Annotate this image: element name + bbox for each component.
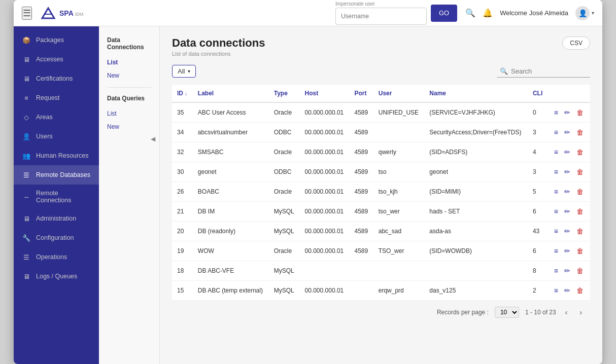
impersonate-input[interactable] [335,8,427,25]
sub-sidebar-item-dc-list[interactable]: List [99,56,159,69]
search-input[interactable] [511,67,587,75]
svg-marker-0 [42,8,54,18]
sub-sidebar-item-dq-new[interactable]: New [99,120,159,133]
menu-icon[interactable]: ☰ [22,7,32,20]
table-row: 18 DB ABC-VFE MySQL 8 ≡ ✏ 🗑 [172,261,590,281]
prev-page-button[interactable]: ‹ [562,307,571,317]
delete-button[interactable]: 🗑 [575,187,585,197]
search-box: 🔍 [497,65,590,78]
delete-button[interactable]: 🗑 [575,107,585,118]
cell-host: 00.000.000.01 [300,222,350,241]
settings-button[interactable]: ≡ [553,167,559,177]
sidebar-item-configuration[interactable]: 🔧 Configuration [14,228,99,247]
sub-sidebar: Data Connections List New Data Queries L… [99,26,160,364]
delete-button[interactable]: 🗑 [575,246,585,256]
sidebar-label-certifications: Certifications [36,75,73,82]
edit-button[interactable]: ✏ [563,167,571,177]
page-range-text: 1 - 10 of 23 [525,309,556,316]
cell-host: 00.000.000.01 [300,162,350,182]
cell-cli: 8 [528,261,548,281]
sidebar-item-accesses[interactable]: 🖥 Accesses [14,50,99,69]
sidebar-item-packages[interactable]: 📦 Packages [14,30,99,50]
delete-button[interactable]: 🗑 [575,206,585,216]
col-user[interactable]: User [373,85,425,102]
per-page-select[interactable]: 10 25 50 [495,307,519,318]
filter-chevron-icon: ▾ [188,68,190,74]
cell-type: ODBC [269,123,300,142]
edit-button[interactable]: ✏ [563,147,571,157]
delete-button[interactable]: 🗑 [575,226,585,236]
collapse-arrow[interactable]: ◀ [99,133,159,144]
delete-button[interactable]: 🗑 [575,127,585,137]
sidebar-label-areas: Areas [36,114,53,121]
cell-user: TSO_wer [373,241,425,261]
cell-actions: ≡ ✏ 🗑 [548,142,590,162]
settings-button[interactable]: ≡ [553,147,559,157]
col-label[interactable]: Label [193,85,269,102]
table-row: 19 WOW Oracle 00.000.000.01 4589 TSO_wer… [172,241,590,261]
cell-id: 15 [172,281,193,301]
csv-button[interactable]: CSV [562,37,590,50]
filter-dropdown[interactable]: All ▾ [172,65,196,78]
col-id[interactable]: ID ↓ [172,85,193,102]
cell-id: 32 [172,142,193,162]
delete-button[interactable]: 🗑 [575,266,585,276]
delete-button[interactable]: 🗑 [575,167,585,177]
settings-button[interactable]: ≡ [553,127,559,137]
cell-name: (SERVICE=VJHFJHKG) [424,102,528,123]
go-button[interactable]: GO [431,5,457,22]
edit-button[interactable]: ✏ [563,246,571,256]
sidebar-item-administration[interactable]: 🖥 Administration [14,209,99,228]
sidebar-item-remote-connections[interactable]: ↔ Remote Connections [14,185,99,209]
settings-button[interactable]: ≡ [553,187,559,197]
page-title: Data connections [172,37,265,50]
sidebar-label-configuration: Configuration [36,234,74,241]
settings-button[interactable]: ≡ [553,226,559,236]
cell-name: hads - SET [424,202,528,222]
col-type[interactable]: Type [269,85,300,102]
remote-databases-icon: ☰ [22,170,31,179]
edit-button[interactable]: ✏ [563,206,571,216]
cell-port: 4589 [349,142,373,162]
sidebar-item-request[interactable]: ≡ Request [14,88,99,107]
settings-button[interactable]: ≡ [553,266,559,276]
settings-button[interactable]: ≡ [553,206,559,216]
col-name[interactable]: Name [424,85,528,102]
sub-sidebar-item-dc-new[interactable]: New [99,69,159,82]
settings-button[interactable]: ≡ [553,107,559,118]
search-icon-btn[interactable]: 🔍 [465,8,475,18]
edit-button[interactable]: ✏ [563,285,571,296]
col-cli[interactable]: CLI [528,85,548,102]
bell-icon-btn[interactable]: 🔔 [483,8,493,18]
col-port[interactable]: Port [349,85,373,102]
delete-button[interactable]: 🗑 [575,285,585,296]
settings-button[interactable]: ≡ [553,285,559,296]
edit-button[interactable]: ✏ [563,127,571,137]
edit-button[interactable]: ✏ [563,107,571,118]
sidebar-item-areas[interactable]: ◇ Areas [14,107,99,127]
main-content: Data connections List of data connection… [160,26,602,364]
edit-button[interactable]: ✏ [563,266,571,276]
cell-label: abcsvirtualnumber [193,123,269,142]
sidebar-item-logs-queues[interactable]: 🖥 Logs / Queues [14,267,99,286]
sidebar-item-operations[interactable]: ☰ Operations [14,247,99,267]
logo-svg [40,6,56,20]
edit-button[interactable]: ✏ [563,226,571,236]
sidebar-item-users[interactable]: 👤 Users [14,127,99,146]
settings-button[interactable]: ≡ [553,246,559,256]
welcome-text: Welcome José Almeida [500,9,568,17]
search-icon: 🔍 [500,67,508,75]
delete-button[interactable]: 🗑 [575,147,585,157]
sidebar-item-human-resources[interactable]: 👥 Human Resources [14,146,99,165]
cell-host: 00.000.000.01 [300,202,350,222]
next-page-button[interactable]: › [576,307,585,317]
sidebar-item-certifications[interactable]: 🖥 Certifications [14,69,99,88]
table-row: 35 ABC User Access Oracle 00.000.000.01 … [172,102,590,123]
sub-sidebar-item-dq-list[interactable]: List [99,107,159,120]
impersonate-label: Impersonate user [335,1,427,7]
edit-button[interactable]: ✏ [563,187,571,197]
sidebar-item-remote-databases[interactable]: ☰ Remote Databases [14,165,99,185]
table-row: 34 abcsvirtualnumber ODBC 00.000.000.01 … [172,123,590,142]
avatar-btn[interactable]: 👤 ▾ [575,6,594,20]
col-host[interactable]: Host [300,85,350,102]
